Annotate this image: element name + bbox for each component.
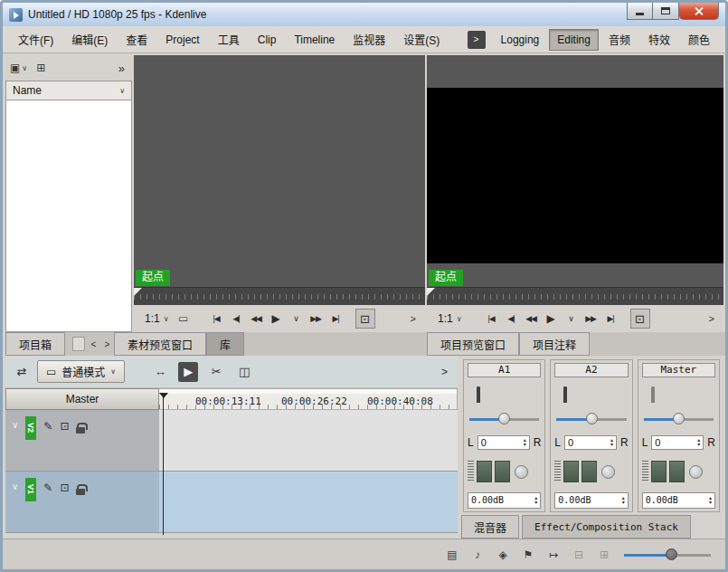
gain-spinbox[interactable]: 0.00dB ▴▾ (642, 492, 715, 509)
show-video-thumbnails-button[interactable]: ▤ (443, 546, 461, 564)
spinner-arrows-icon[interactable]: ▴▾ (697, 438, 700, 447)
track-label[interactable]: V2 (25, 416, 36, 440)
track-lane-v2[interactable] (159, 410, 458, 471)
track-effects-icon[interactable]: ✎ (43, 481, 52, 494)
close-button[interactable] (679, 3, 719, 20)
rewind-button[interactable]: ◀◀ (523, 310, 540, 328)
track-label[interactable]: V1 (25, 478, 36, 501)
slider-handle[interactable] (673, 413, 685, 424)
spinner-arrows-icon[interactable]: ▴▾ (622, 496, 625, 505)
tab-project-notes[interactable]: 项目注释 (519, 332, 590, 356)
volume-slider[interactable] (554, 412, 628, 426)
gain-spinbox[interactable]: 0.00dB ▴▾ (554, 492, 628, 509)
zoom-level-button[interactable]: 1:1 ∨ (140, 310, 174, 327)
track-collapse-icon[interactable]: ∨ (12, 420, 18, 430)
bin-overflow-button[interactable]: » (116, 62, 128, 75)
zoom-in-button[interactable]: ⊞ (595, 546, 613, 564)
timeline-ruler[interactable]: 00:00:13:11 00:00:26:22 00:00:40:08 (159, 388, 458, 410)
track-hide-icon[interactable]: ⊡ (60, 481, 69, 494)
minimize-button[interactable] (627, 3, 653, 20)
workspace-logging[interactable]: Logging (493, 29, 548, 51)
monitor-overflow-button[interactable]: > (408, 313, 419, 324)
tab-project-monitor[interactable]: 项目预览窗口 (427, 332, 519, 356)
snap-button[interactable]: ⚑ (519, 546, 537, 564)
track-lock-icon[interactable] (76, 427, 85, 434)
bin-clip-list[interactable] (5, 100, 132, 332)
play-button[interactable]: ▶ (543, 310, 560, 328)
play-menu-caret[interactable]: ∨ (288, 310, 305, 328)
clip-monitor-ruler[interactable] (134, 287, 425, 305)
menubar-overflow-button[interactable]: > (468, 31, 486, 49)
menu-timeline[interactable]: Timeline (286, 30, 343, 50)
tab-project-bin[interactable]: 项目箱 (5, 332, 65, 356)
workspace-effects[interactable]: 特效 (640, 27, 678, 52)
fast-forward-button[interactable]: ▶▶ (307, 310, 325, 328)
menu-tools[interactable]: 工具 (210, 28, 248, 51)
menu-settings[interactable]: 设置(S) (395, 28, 448, 51)
multitrack-view-button[interactable]: ◫ (234, 362, 254, 382)
tab-effect-stack[interactable]: Effect/Composition Stack (522, 515, 691, 539)
track-collapse-icon[interactable]: ∨ (12, 481, 18, 491)
skip-end-button[interactable]: ▶| (327, 310, 345, 328)
play-menu-caret[interactable]: ∨ (563, 310, 580, 328)
create-folder-button[interactable]: ⊞ (33, 59, 49, 77)
spacer-tool-button[interactable]: ↔ (150, 362, 170, 382)
zoom-level-button[interactable]: 1:1 ∨ (433, 310, 467, 327)
zoom-slider[interactable] (624, 548, 711, 562)
show-markers-button[interactable]: ◈ (494, 546, 512, 564)
spinner-arrows-icon[interactable]: ▴▾ (610, 438, 613, 447)
crop-button[interactable]: ⊡ (630, 309, 650, 329)
monitor-overflow-button[interactable]: > (706, 313, 717, 324)
pan-spinbox[interactable]: 0 ▴▾ (477, 435, 530, 450)
edit-mode-dropdown[interactable]: ▭ 普通模式 ∨ (37, 360, 125, 383)
balance-knob[interactable] (689, 465, 703, 479)
tab-mixer[interactable]: 混音器 (461, 515, 519, 539)
workspace-editing[interactable]: Editing (549, 29, 599, 51)
tab-clip-monitor[interactable]: 素材预览窗口 (114, 332, 206, 356)
track-lane-v1[interactable] (159, 472, 458, 532)
track-header-v1[interactable]: ∨ V1 ✎ ⊡ (5, 472, 159, 532)
zone-button[interactable]: ▭ (175, 310, 192, 328)
solo-button[interactable] (563, 388, 567, 401)
volume-slider[interactable] (468, 412, 541, 426)
slider-handle[interactable] (586, 413, 598, 424)
menu-edit[interactable]: 编辑(E) (63, 28, 116, 51)
solo-button[interactable] (651, 388, 655, 401)
track-hide-icon[interactable]: ⊡ (60, 420, 69, 433)
workspace-color[interactable]: 颜色 (680, 27, 718, 52)
rewind-button[interactable]: ◀◀ (248, 310, 265, 328)
track-lock-icon[interactable] (76, 489, 85, 495)
menu-project[interactable]: Project (157, 30, 207, 50)
bin-sort-header[interactable]: Name ∨ (5, 81, 132, 100)
balance-knob[interactable] (515, 465, 528, 479)
tab-library[interactable]: 库 (206, 332, 244, 356)
timeline-overflow-button[interactable]: > (438, 366, 451, 378)
pan-spinbox[interactable]: 0 ▴▾ (564, 435, 617, 450)
crop-button[interactable]: ⊡ (355, 309, 375, 329)
selection-tool-button[interactable]: ▶ (178, 362, 198, 382)
spinner-arrows-icon[interactable]: ▴▾ (709, 496, 712, 505)
solo-button[interactable] (477, 388, 480, 401)
track-header-v2[interactable]: ∨ V2 ✎ ⊡ (5, 410, 159, 471)
skip-start-button[interactable]: |◀ (483, 310, 500, 328)
skip-start-button[interactable]: |◀ (208, 310, 225, 328)
workspace-audio[interactable]: 音频 (600, 27, 638, 52)
frame-back-button[interactable]: ◀| (503, 310, 520, 328)
spinner-arrows-icon[interactable]: ▴▾ (534, 496, 537, 505)
menu-file[interactable]: 文件(F) (10, 28, 61, 51)
master-button[interactable]: Master (5, 388, 159, 410)
maximize-button[interactable] (653, 3, 679, 20)
spinner-arrows-icon[interactable]: ▴▾ (524, 438, 526, 447)
add-clip-button[interactable]: ▣ ∨ (10, 59, 27, 77)
menu-view[interactable]: 查看 (118, 28, 156, 51)
timeline-playhead[interactable] (163, 393, 164, 535)
title-bar[interactable]: Untitled / HD 1080p 25 fps - Kdenlive (3, 3, 725, 26)
frame-back-button[interactable]: ◀| (228, 310, 245, 328)
menu-clip[interactable]: Clip (250, 30, 285, 50)
gain-spinbox[interactable]: 0.00dB ▴▾ (468, 492, 541, 509)
tab-scroll-left-button[interactable]: < (87, 332, 100, 356)
slider-handle[interactable] (498, 413, 510, 424)
balance-knob[interactable] (601, 465, 615, 479)
razor-tool-button[interactable]: ✂ (206, 362, 226, 382)
clip-monitor-display[interactable]: 起点 (134, 55, 425, 287)
